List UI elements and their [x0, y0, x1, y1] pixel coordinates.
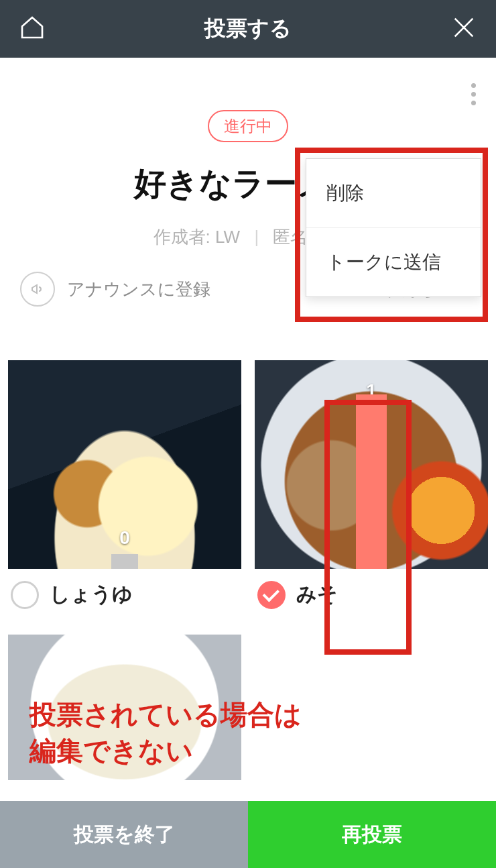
menu-item-send-to-talk[interactable]: トークに送信 — [306, 228, 481, 296]
more-options-icon[interactable] — [466, 78, 481, 111]
end-poll-button[interactable]: 投票を終了 — [0, 801, 248, 868]
poll-option[interactable] — [8, 635, 241, 781]
vote-bar — [356, 394, 387, 569]
poll-option[interactable]: 1 みそ — [255, 360, 488, 621]
header-bar: 投票する — [0, 0, 496, 58]
meta-separator: | — [254, 227, 259, 247]
menu-item-delete[interactable]: 削除 — [306, 159, 481, 228]
option-image: 1 — [255, 360, 488, 569]
home-icon[interactable] — [19, 14, 46, 44]
poll-option[interactable]: 0 しょうゆ — [8, 360, 241, 621]
revote-button[interactable]: 再投票 — [248, 801, 496, 868]
close-icon[interactable] — [450, 14, 477, 44]
option-image: 0 — [8, 360, 241, 569]
announce-register[interactable]: アナウンスに登録 — [20, 272, 210, 307]
content-area: 進行中 好きなラーメン 作成者: LW | 匿名投票 アナウンスに登録 1人が参… — [0, 58, 496, 847]
vote-count: 0 — [119, 527, 130, 549]
announce-label: アナウンスに登録 — [67, 278, 210, 301]
status-badge: 進行中 — [208, 110, 288, 142]
author-label: 作成者 — [153, 227, 206, 247]
option-label: しょうゆ — [50, 581, 133, 608]
vote-bar — [111, 554, 138, 569]
footer-bar: 投票を終了 再投票 — [0, 801, 496, 868]
megaphone-icon — [20, 272, 55, 307]
radio-unchecked-icon[interactable] — [11, 581, 39, 609]
author-name: LW — [215, 227, 240, 247]
page-title: 投票する — [204, 14, 292, 44]
radio-checked-icon[interactable] — [257, 581, 286, 609]
option-label: みそ — [296, 581, 338, 608]
context-menu: 削除 トークに送信 — [306, 158, 481, 297]
option-image — [8, 635, 241, 781]
